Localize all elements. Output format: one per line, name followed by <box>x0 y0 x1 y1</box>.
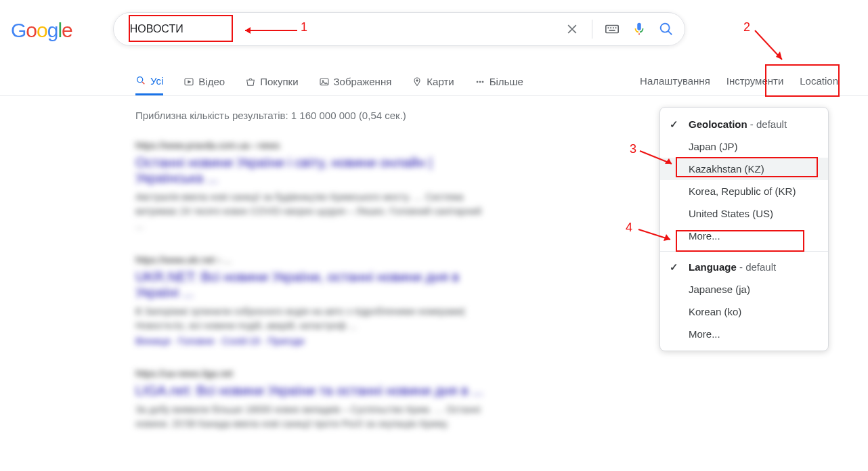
geo-default[interactable]: ✓ Geolocation - default <box>660 113 828 135</box>
tab-shopping-label: Покупки <box>260 76 298 87</box>
result-title: Останні новини України і світу, новини о… <box>135 155 487 186</box>
keyboard-icon[interactable] <box>605 22 620 37</box>
result-snippet: В Запоріжжі зупинили озброєного водія на… <box>135 305 487 333</box>
tab-video[interactable]: Відео <box>183 66 225 95</box>
check-icon: ✓ <box>670 118 678 131</box>
result-url: https://ua-news.liga.net <box>135 368 487 379</box>
svg-point-12 <box>477 81 478 82</box>
search-result[interactable]: https://ua-news.liga.net LIGA.net: Всі н… <box>135 368 487 431</box>
lang-label: Language <box>689 261 737 273</box>
tab-maps-label: Карти <box>427 76 454 87</box>
mic-icon[interactable] <box>632 22 647 37</box>
geo-kazakhstan[interactable]: Kazakhstan (KZ) <box>660 158 828 180</box>
tab-all[interactable]: Усі <box>135 66 163 95</box>
result-snippet: За добу виявили більше 18000 нових випад… <box>135 403 487 431</box>
tab-shopping[interactable]: Покупки <box>245 66 298 95</box>
svg-point-6 <box>137 77 143 83</box>
result-snippet: Австралія ввела нові санкції за будівниц… <box>135 190 487 233</box>
svg-rect-2 <box>610 27 611 28</box>
annotation-label-3: 3 <box>630 142 636 156</box>
search-bar <box>113 12 685 46</box>
search-result[interactable]: https://www.ukr.net › ... UKR.NET: Всі н… <box>135 254 487 346</box>
search-icon[interactable] <box>659 22 674 37</box>
tab-maps[interactable]: Карти <box>412 66 454 95</box>
lang-default[interactable]: ✓ Language - default <box>660 256 828 278</box>
divider <box>592 20 592 39</box>
nav-location[interactable]: Location <box>800 75 838 87</box>
tab-images-label: Зображення <box>334 76 392 87</box>
svg-rect-1 <box>607 27 609 28</box>
result-url: https://www.pravda.com.ua › news <box>135 140 487 151</box>
geo-korea[interactable]: Korea, Republic of (KR) <box>660 180 828 202</box>
geo-more[interactable]: More... <box>660 225 828 247</box>
tabs-row: Усі Відео Покупки Зображення Карти Більш… <box>0 66 868 96</box>
svg-rect-0 <box>606 26 618 33</box>
lang-korean[interactable]: Korean (ko) <box>660 300 828 323</box>
nav-settings[interactable]: Налаштування <box>640 75 710 87</box>
svg-point-14 <box>482 81 483 82</box>
geo-us[interactable]: United States (US) <box>660 202 828 225</box>
svg-rect-5 <box>609 30 615 31</box>
result-title: UKR.NET: Всі новини України, останні нов… <box>135 269 487 300</box>
svg-point-13 <box>479 81 481 82</box>
tab-all-label: Усі <box>150 75 163 87</box>
lang-default-label: - default <box>737 261 776 273</box>
location-panel: ✓ Geolocation - default Japan (JP) Kazak… <box>659 107 829 351</box>
google-logo[interactable]: Google <box>11 19 72 42</box>
tab-more-label: Більше <box>490 76 523 87</box>
svg-point-11 <box>416 79 418 81</box>
tab-more[interactable]: Більше <box>475 66 523 95</box>
geo-label: Geolocation <box>689 118 747 130</box>
search-input[interactable] <box>126 20 565 38</box>
geo-default-label: - default <box>747 118 787 130</box>
result-title: LIGA.net: Всі новини України та останні … <box>135 383 487 399</box>
search-result[interactable]: https://www.pravda.com.ua › news Останні… <box>135 140 487 233</box>
clear-icon[interactable] <box>565 22 580 37</box>
panel-divider <box>660 251 828 252</box>
lang-more[interactable]: More... <box>660 323 828 345</box>
svg-line-7 <box>142 82 144 84</box>
geo-japan[interactable]: Japan (JP) <box>660 135 828 158</box>
nav-tools[interactable]: Інструменти <box>726 75 784 87</box>
svg-rect-3 <box>613 27 614 28</box>
check-icon: ✓ <box>670 261 678 273</box>
result-url: https://www.ukr.net › ... <box>135 254 487 265</box>
tab-images[interactable]: Зображення <box>319 66 392 95</box>
lang-japanese[interactable]: Japanese (ja) <box>660 278 828 300</box>
annotation-label-4: 4 <box>626 221 632 235</box>
tab-video-label: Відео <box>198 76 225 87</box>
results: Приблизна кількість результатів: 1 160 0… <box>0 96 487 431</box>
result-links: Вінниця · Головне · Covid-19 · Пригоди <box>135 336 487 346</box>
svg-rect-4 <box>615 27 616 28</box>
result-stats: Приблизна кількість результатів: 1 160 0… <box>135 110 487 121</box>
